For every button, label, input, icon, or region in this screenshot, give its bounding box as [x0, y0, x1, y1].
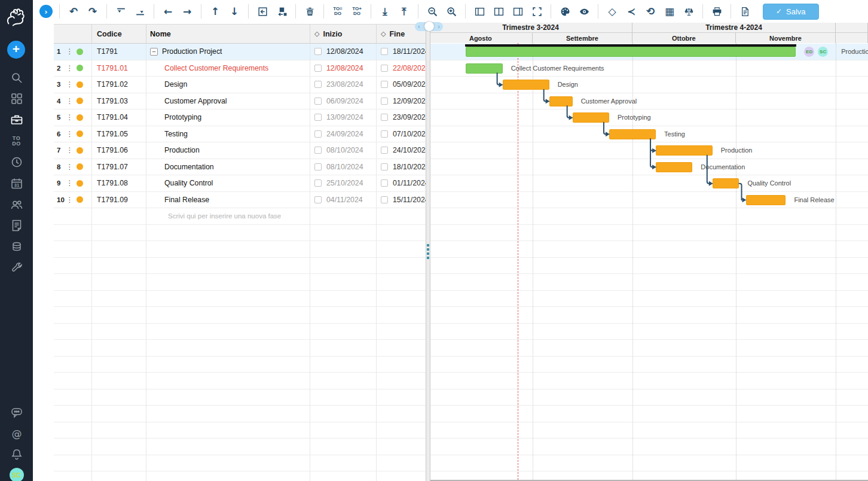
gantt-row[interactable] — [430, 241, 868, 258]
empty-row[interactable] — [54, 340, 426, 357]
empty-row[interactable] — [54, 307, 426, 324]
shift-begin-button[interactable] — [113, 4, 129, 19]
layout-gantt-only-button[interactable] — [510, 4, 525, 19]
dependencies-button[interactable]: ≺ — [624, 4, 639, 19]
header-nome[interactable]: Nome — [146, 25, 310, 43]
move-down-button[interactable]: ↓ — [227, 4, 242, 19]
save-button[interactable]: ✓ Salva — [763, 4, 819, 20]
gantt-row[interactable] — [430, 471, 868, 480]
delete-task-button[interactable] — [302, 4, 317, 19]
end-date[interactable]: 15/11/2024 — [393, 196, 426, 204]
outdent-task-button[interactable] — [255, 4, 270, 19]
start-milestone-checkbox[interactable] — [314, 114, 322, 121]
gantt-row[interactable] — [430, 406, 868, 422]
empty-row[interactable] — [54, 471, 426, 481]
collapse-all-button[interactable]: ⤓ — [377, 4, 393, 19]
row-menu-icon[interactable]: ⋮ — [66, 146, 74, 154]
zoom-slider-left-icon[interactable]: ‹ — [418, 23, 420, 31]
empty-row[interactable] — [54, 291, 426, 308]
header-codice[interactable]: Codice — [92, 25, 146, 43]
task-row-T1791.02[interactable]: 3⋮T1791.02Design23/08/202405/09/2024 — [54, 77, 426, 93]
gantt-bar-prototyping[interactable] — [573, 112, 609, 123]
sidebar-item-notifications[interactable] — [0, 445, 33, 465]
start-date[interactable]: 23/08/2024 — [326, 80, 363, 89]
start-date[interactable]: 08/10/2024 — [326, 163, 363, 171]
zoom-out-button[interactable] — [424, 4, 440, 19]
gantt-row[interactable] — [430, 208, 868, 225]
layout-table-only-button[interactable] — [472, 4, 487, 19]
row-menu-icon[interactable]: ⋮ — [66, 113, 74, 121]
start-milestone-checkbox[interactable] — [314, 179, 322, 187]
user-avatar[interactable]: SC — [10, 468, 24, 481]
sidebar-item-resources[interactable] — [0, 194, 33, 215]
status-circle-icon[interactable] — [77, 163, 83, 170]
empty-row[interactable] — [54, 439, 426, 455]
gantt-row[interactable] — [430, 324, 868, 340]
end-date[interactable]: 22/08/2024 — [393, 64, 426, 72]
end-date[interactable]: 05/09/2024 — [393, 80, 426, 89]
gantt-zoom-slider[interactable]: ‹ › — [415, 22, 443, 31]
task-row-T1791[interactable]: 1⋮T1791−Production Project12/08/202418/1… — [54, 44, 426, 60]
sidebar-item-chat[interactable] — [0, 402, 33, 423]
fullscreen-button[interactable] — [529, 4, 545, 19]
gantt-bar-design[interactable] — [503, 80, 549, 90]
assignee-avatar-SC[interactable]: SC — [818, 47, 828, 57]
gantt-bar-quality-control[interactable] — [713, 178, 739, 188]
sidebar-item-tools[interactable] — [0, 258, 33, 279]
gantt-row[interactable] — [430, 291, 868, 308]
gantt-row[interactable] — [430, 93, 868, 110]
task-row-T1791.04[interactable]: 5⋮T1791.04Prototyping13/09/202423/09/202… — [54, 109, 426, 126]
gantt-bar-collect-customer-requirements[interactable] — [466, 63, 502, 74]
start-date[interactable]: 12/08/2024 — [326, 64, 363, 72]
task-row-T1791.09[interactable]: 10⋮T1791.09Final Release04/11/202415/11/… — [54, 192, 426, 209]
end-milestone-checkbox[interactable] — [381, 179, 388, 187]
sidebar-item-costs[interactable] — [0, 236, 33, 257]
zoom-in-button[interactable] — [444, 4, 459, 19]
end-date[interactable]: 12/09/2024 — [393, 97, 426, 105]
start-milestone-checkbox[interactable] — [314, 48, 322, 55]
move-left-button[interactable]: ← — [160, 4, 176, 19]
sidebar-item-documents[interactable] — [0, 215, 33, 236]
new-task-placeholder[interactable]: Scrivi qui per inserire una nuova fase — [150, 212, 281, 220]
task-row-T1791.06[interactable]: 7⋮T1791.06Production08/10/202424/10/2024 — [54, 142, 426, 159]
gantt-row[interactable] — [430, 422, 868, 439]
row-menu-icon[interactable]: ⋮ — [66, 179, 74, 187]
gantt-bar-customer-approval[interactable] — [549, 96, 573, 106]
gantt-row[interactable] — [430, 439, 868, 455]
gantt-bar-production-project[interactable] — [466, 47, 796, 57]
history-button[interactable]: ⟲ — [643, 4, 658, 19]
todo-list-button[interactable]: TO≡DO — [330, 4, 346, 19]
todo-add-button[interactable]: TO+DO — [349, 4, 365, 19]
empty-row[interactable] — [54, 357, 426, 373]
end-date[interactable]: 24/10/2024 — [393, 146, 426, 154]
empty-row[interactable] — [54, 373, 426, 389]
end-milestone-checkbox[interactable] — [381, 65, 388, 72]
start-milestone-checkbox[interactable] — [314, 65, 322, 72]
end-date[interactable]: 23/09/2024 — [393, 113, 426, 121]
end-date[interactable]: 18/11/2024 — [393, 47, 426, 56]
gantt-bar-final-release[interactable] — [746, 195, 786, 205]
gantt-row[interactable] — [430, 373, 868, 389]
add-new-button[interactable]: + — [7, 41, 25, 59]
move-up-button[interactable]: ↑ — [207, 4, 223, 19]
milestones-button[interactable]: ◇ — [604, 4, 620, 19]
empty-row[interactable] — [54, 389, 426, 406]
gantt-row[interactable] — [430, 274, 868, 291]
end-date[interactable]: 01/11/2024 — [393, 179, 426, 187]
empty-row[interactable] — [54, 422, 426, 439]
shift-end-button[interactable] — [132, 4, 148, 19]
start-date[interactable]: 13/09/2024 — [326, 113, 363, 121]
row-menu-icon[interactable]: ⋮ — [66, 64, 74, 72]
gantt-row[interactable] — [430, 159, 868, 176]
sidebar-item-search[interactable] — [0, 67, 33, 88]
start-date[interactable]: 08/10/2024 — [326, 146, 363, 154]
start-milestone-checkbox[interactable] — [314, 147, 322, 154]
gantt-bar-documentation[interactable] — [656, 162, 692, 172]
end-date[interactable]: 18/10/2024 — [393, 163, 426, 171]
task-row-T1791.05[interactable]: 6⋮T1791.05Testing24/09/202407/10/2024 — [54, 126, 426, 143]
gantt-row[interactable] — [430, 225, 868, 242]
start-milestone-checkbox[interactable] — [314, 81, 322, 88]
end-milestone-checkbox[interactable] — [381, 163, 388, 171]
end-milestone-checkbox[interactable] — [381, 98, 388, 105]
sidebar-item-projects[interactable] — [0, 109, 33, 130]
